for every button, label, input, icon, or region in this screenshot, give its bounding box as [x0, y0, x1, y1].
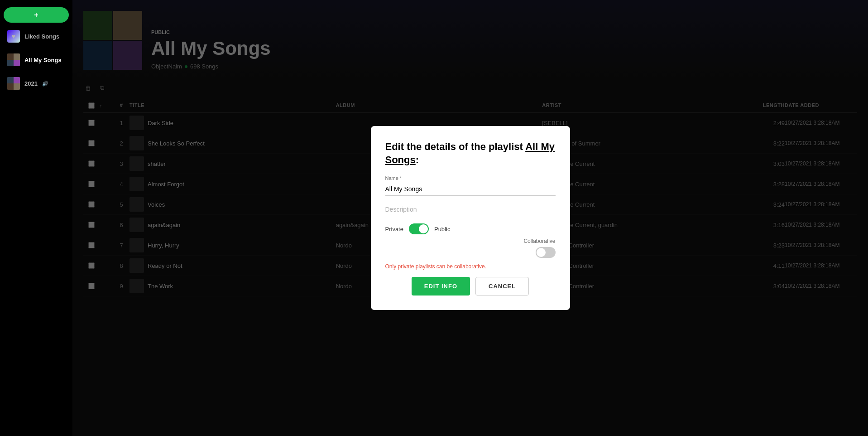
volume-icon: 🔊 — [42, 81, 48, 87]
description-field-group — [385, 203, 556, 216]
edit-info-button[interactable]: EDIT INFO — [412, 277, 470, 296]
privacy-toggle[interactable] — [409, 223, 429, 234]
add-button[interactable]: + — [4, 7, 69, 23]
edit-playlist-modal: Edit the details of the playlist All My … — [371, 126, 570, 310]
public-label: Public — [434, 226, 450, 233]
plus-icon: + — [34, 11, 38, 19]
playlist-2-thumb — [7, 77, 20, 90]
modal-title: Edit the details of the playlist All My … — [385, 140, 556, 166]
cancel-button[interactable]: CANCEL — [475, 277, 529, 296]
name-field-group: Name * — [385, 175, 556, 196]
name-label: Name * — [385, 175, 556, 181]
sidebar-item-label: 2021 — [24, 80, 38, 87]
private-label: Private — [385, 226, 403, 233]
sidebar-item-label: Liked Songs — [24, 33, 59, 40]
collaborative-row: Collaborative — [385, 238, 556, 258]
modal-title-suffix: : — [416, 154, 419, 165]
sidebar: + ♥ Liked Songs All My Songs 2021 🔊 — [0, 0, 72, 436]
sidebar-item-liked-songs[interactable]: ♥ Liked Songs — [4, 26, 69, 46]
modal-title-prefix: Edit the details of the playlist — [385, 141, 526, 152]
liked-songs-icon: ♥ — [7, 30, 20, 43]
modal-actions: EDIT INFO CANCEL — [385, 277, 556, 296]
privacy-toggle-row: Private Public — [385, 223, 556, 234]
playlist-1-thumb — [7, 53, 20, 66]
sidebar-item-2021[interactable]: 2021 🔊 — [4, 73, 69, 93]
collaborative-toggle[interactable] — [536, 247, 556, 258]
sidebar-item-all-my-songs[interactable]: All My Songs — [4, 50, 69, 70]
main-content: PUBLIC All My Songs ObjectNaim 698 Songs… — [72, 0, 868, 436]
name-input[interactable] — [385, 183, 556, 196]
sidebar-item-label: All My Songs — [24, 57, 62, 63]
modal-overlay[interactable]: Edit the details of the playlist All My … — [72, 0, 868, 436]
collaborative-label: Collaborative — [385, 238, 556, 244]
description-input[interactable] — [385, 203, 556, 216]
collaborative-error: Only private playlists can be collaborat… — [385, 263, 556, 270]
